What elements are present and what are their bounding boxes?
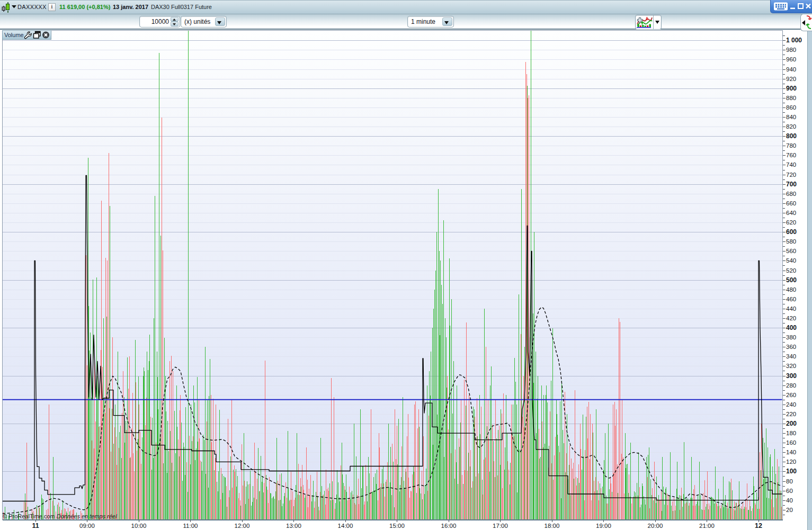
svg-text:540: 540 (786, 257, 796, 264)
svg-text:320: 320 (786, 363, 796, 369)
svg-text:280: 280 (786, 382, 796, 389)
svg-text:580: 580 (786, 238, 796, 245)
svg-text:14:00: 14:00 (338, 523, 353, 529)
svg-text:740: 740 (786, 161, 796, 168)
svg-text:400: 400 (786, 324, 797, 331)
svg-text:980: 980 (786, 47, 796, 53)
svg-text:120: 120 (786, 459, 796, 465)
svg-text:660: 660 (786, 200, 796, 206)
svg-text:18:00: 18:00 (545, 523, 560, 529)
svg-text:720: 720 (786, 172, 796, 178)
svg-text:16:00: 16:00 (441, 523, 457, 529)
svg-text:300: 300 (786, 372, 797, 380)
svg-text:960: 960 (786, 56, 796, 62)
svg-text:40: 40 (786, 497, 793, 504)
svg-text:09:00: 09:00 (79, 523, 95, 529)
svg-text:440: 440 (786, 306, 796, 312)
svg-text:10:00: 10:00 (131, 523, 147, 529)
svg-text:480: 480 (786, 286, 796, 293)
svg-text:19:00: 19:00 (596, 523, 611, 529)
svg-text:820: 820 (786, 123, 796, 130)
svg-text:160: 160 (786, 439, 796, 446)
svg-text:180: 180 (786, 430, 796, 436)
svg-text:1 000: 1 000 (786, 37, 802, 44)
svg-text:100: 100 (786, 468, 797, 475)
svg-text:200: 200 (786, 420, 797, 427)
svg-text:940: 940 (786, 66, 796, 73)
svg-text:© ProRealTime.com Données en t: © ProRealTime.com Données en temps réel (3, 513, 117, 519)
svg-text:11: 11 (32, 522, 39, 529)
svg-text:520: 520 (786, 267, 796, 274)
svg-text:13:00: 13:00 (286, 523, 301, 529)
svg-text:20:00: 20:00 (648, 523, 663, 529)
svg-text:Volume: Volume (4, 32, 24, 38)
svg-text:140: 140 (786, 449, 796, 455)
svg-text:15:00: 15:00 (389, 523, 405, 529)
svg-text:240: 240 (786, 401, 796, 408)
svg-text:380: 380 (786, 334, 796, 340)
svg-text:560: 560 (786, 248, 796, 254)
svg-text:900: 900 (786, 85, 797, 92)
svg-text:80: 80 (786, 478, 793, 484)
svg-text:760: 760 (786, 152, 796, 158)
svg-text:780: 780 (786, 142, 796, 149)
svg-text:17:00: 17:00 (493, 523, 508, 529)
svg-text:20: 20 (786, 507, 793, 513)
svg-text:60: 60 (786, 488, 793, 494)
svg-text:860: 860 (786, 104, 796, 111)
svg-text:700: 700 (786, 181, 797, 188)
svg-text:12: 12 (755, 522, 762, 529)
svg-text:420: 420 (786, 315, 796, 321)
svg-text:680: 680 (786, 191, 796, 197)
svg-text:840: 840 (786, 114, 796, 120)
svg-text:360: 360 (786, 344, 796, 350)
svg-text:460: 460 (786, 296, 796, 302)
svg-text:600: 600 (786, 228, 797, 236)
svg-text:220: 220 (786, 411, 796, 417)
svg-text:11:00: 11:00 (183, 523, 198, 529)
svg-text:340: 340 (786, 353, 796, 360)
svg-text:500: 500 (786, 276, 797, 284)
svg-text:920: 920 (786, 76, 796, 82)
svg-text:620: 620 (786, 219, 796, 226)
svg-text:12:00: 12:00 (235, 523, 250, 529)
svg-text:640: 640 (786, 210, 796, 216)
svg-text:260: 260 (786, 392, 796, 398)
svg-text:800: 800 (786, 132, 797, 140)
svg-text:21:00: 21:00 (699, 523, 715, 529)
svg-text:880: 880 (786, 95, 796, 101)
